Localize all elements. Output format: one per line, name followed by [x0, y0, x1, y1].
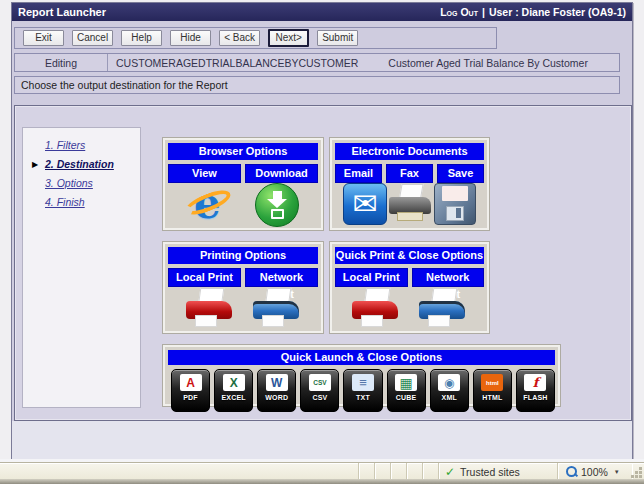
panel-title: Browser Options — [168, 143, 318, 160]
status-pane — [391, 463, 407, 480]
security-zone-pane[interactable]: ✓ Trusted sites — [439, 463, 558, 480]
title-bar: Report Launcher Log Out | User : Diane F… — [12, 3, 632, 21]
user-label: User : Diane Foster (OA9-1) — [489, 6, 626, 18]
panel-printing-options: Printing Options Local Print Network Pri… — [162, 241, 324, 334]
step-filters[interactable]: 1. Filters — [45, 136, 140, 155]
quick-launch-word[interactable]: WORD — [257, 369, 296, 412]
email-icon[interactable]: ✉ — [343, 183, 387, 225]
step-destination[interactable]: ▶ 2. Destination — [45, 155, 140, 174]
floppy-save-icon[interactable] — [434, 183, 476, 225]
window-title: Report Launcher — [18, 6, 106, 18]
report-name: Customer Aged Trial Balance By Customer — [388, 57, 588, 69]
check-icon: ✓ — [445, 465, 455, 479]
window-bottom-edge — [0, 479, 644, 484]
quick-launch-txt[interactable]: TXT — [343, 369, 382, 412]
window-footer-area — [12, 421, 632, 459]
editing-mode-label: Editing — [15, 54, 108, 71]
csv-icon — [309, 374, 331, 391]
help-button[interactable]: Help — [121, 30, 162, 46]
status-main-pane — [0, 463, 359, 480]
quick-launch-csv[interactable]: CSV — [300, 369, 339, 412]
fax-icon[interactable] — [387, 184, 433, 224]
zone-label: Trusted sites — [460, 466, 520, 478]
submit-button[interactable]: Submit — [317, 30, 358, 46]
panel-title: Electronic Documents — [335, 143, 484, 160]
report-code: CUSTOMERAGEDTRIALBALANCEBYCUSTOMER — [116, 57, 358, 69]
network-printer-icon[interactable] — [418, 288, 468, 328]
exit-button[interactable]: Exit — [23, 30, 64, 46]
main-content: 1. Filters ▶ 2. Destination 3. Options 4… — [14, 105, 632, 421]
zoom-level: 100% — [581, 466, 608, 478]
resize-grip[interactable] — [632, 463, 644, 480]
network-printer-icon[interactable] — [252, 288, 302, 328]
quick-launch-xml[interactable]: XML — [430, 369, 469, 412]
instruction-bar: Choose the output destination for the Re… — [14, 76, 620, 94]
save-button[interactable]: Save — [437, 164, 484, 183]
email-button[interactable]: Email — [335, 164, 382, 183]
cube-icon — [395, 374, 417, 391]
log-out-link[interactable]: Log Out — [440, 6, 478, 18]
download-button[interactable]: Download — [245, 164, 318, 183]
panel-quick-launch-close-options: Quick Launch & Close Options PDF EXCEL W… — [162, 344, 561, 407]
wizard-steps: 1. Filters ▶ 2. Destination 3. Options 4… — [22, 127, 141, 408]
pdf-icon — [180, 374, 202, 391]
step-options[interactable]: 3. Options — [45, 174, 140, 193]
quick-launch-pdf[interactable]: PDF — [171, 369, 210, 412]
quick-local-print-button[interactable]: Local Print — [335, 268, 408, 287]
cancel-button[interactable]: Cancel — [72, 30, 113, 46]
magnifier-icon — [566, 466, 577, 477]
panel-title: Quick Launch & Close Options — [168, 350, 555, 365]
active-step-arrow-icon: ▶ — [32, 155, 38, 174]
zoom-control[interactable]: 100% ▼ — [558, 463, 632, 480]
word-icon — [266, 374, 288, 391]
step-finish[interactable]: 4. Finish — [45, 193, 140, 212]
toolbar: Exit Cancel Help Hide < Back Next> Submi… — [14, 27, 497, 49]
flash-icon — [524, 374, 546, 391]
panel-title: Quick Print & Close Options — [335, 247, 484, 264]
internet-explorer-icon[interactable]: e — [187, 183, 233, 227]
download-icon[interactable] — [255, 183, 299, 227]
panel-title: Printing Options — [168, 247, 318, 264]
status-pane — [407, 463, 423, 480]
panel-browser-options: Browser Options View Download e — [162, 137, 324, 231]
browser-status-bar: ✓ Trusted sites 100% ▼ — [0, 462, 644, 480]
quick-launch-excel[interactable]: EXCEL — [214, 369, 253, 412]
html-icon — [481, 374, 503, 391]
report-launcher-window: Report Launcher Log Out | User : Diane F… — [11, 2, 633, 460]
quick-network-print-button[interactable]: Network Print — [412, 268, 485, 287]
status-pane — [423, 463, 439, 480]
status-pane — [359, 463, 375, 480]
status-pane — [375, 463, 391, 480]
panel-electronic-documents: Electronic Documents Email Fax Save ✉ — [329, 137, 490, 231]
panel-quick-print-close-options: Quick Print & Close Options Local Print … — [329, 241, 490, 334]
quick-launch-cube[interactable]: CUBE — [387, 369, 426, 412]
next-button[interactable]: Next> — [268, 29, 309, 47]
quick-launch-flash[interactable]: FLASH — [516, 369, 555, 412]
fax-button[interactable]: Fax — [386, 164, 433, 183]
back-button[interactable]: < Back — [219, 30, 260, 46]
instruction-text: Choose the output destination for the Re… — [21, 79, 228, 91]
quick-launch-html[interactable]: HTML — [473, 369, 512, 412]
network-print-button[interactable]: Network Print — [245, 268, 318, 287]
xml-icon — [438, 374, 460, 391]
title-separator: | — [482, 6, 485, 18]
report-launcher-screen: { "window": { "title": "Report Launcher"… — [0, 0, 644, 484]
local-printer-icon[interactable] — [351, 288, 401, 328]
excel-icon — [223, 374, 245, 391]
local-print-button[interactable]: Local Print — [168, 268, 241, 287]
hide-button[interactable]: Hide — [170, 30, 211, 46]
editing-bar: Editing CUSTOMERAGEDTRIALBALANCEBYCUSTOM… — [14, 53, 620, 72]
chevron-down-icon: ▼ — [614, 469, 620, 475]
txt-icon — [352, 374, 374, 391]
local-printer-icon[interactable] — [185, 288, 235, 328]
